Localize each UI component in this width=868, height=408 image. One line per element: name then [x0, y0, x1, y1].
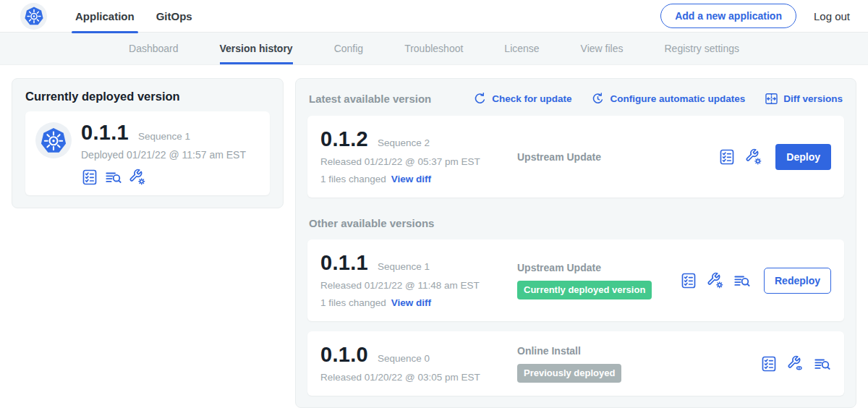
version-meta: Upstream Update Currently deployed versi… — [504, 262, 680, 299]
files-changed-label: 1 files changed — [320, 174, 386, 184]
redeploy-button[interactable]: Redeploy — [764, 268, 831, 294]
deployed-actions — [81, 169, 246, 186]
tab-gitops[interactable]: GitOps — [145, 0, 203, 33]
sequence-label: Sequence 0 — [378, 353, 430, 364]
version-info: 0.1.1 Sequence 1 Released 01/21/22 @ 11:… — [320, 252, 504, 308]
edit-config-icon[interactable] — [745, 148, 762, 166]
version-source-label: Online Install — [517, 345, 760, 357]
configure-automatic-updates-label: Configure automatic updates — [610, 93, 745, 104]
diff-versions-link[interactable]: Diff versions — [765, 92, 843, 106]
deployed-timestamp: Deployed 01/21/22 @ 11:57 am EST — [81, 149, 246, 161]
version-history-panel: Latest available version Check for updat… — [295, 78, 856, 408]
panel-actions: Check for update Configure automatic upd… — [473, 92, 843, 106]
app-logo — [20, 3, 47, 30]
app-subnav: Dashboard Version history Config Trouble… — [0, 33, 868, 65]
previously-deployed-badge: Previously deployed — [517, 364, 621, 383]
configure-automatic-updates-link[interactable]: Configure automatic updates — [591, 92, 745, 106]
currently-deployed-card: Currently deployed version 0.1.1 Sequenc… — [12, 78, 284, 208]
subnav-item-view-files[interactable]: View files — [581, 33, 624, 64]
top-bar: Application GitOps Add a new application… — [0, 0, 868, 33]
check-for-update-label: Check for update — [492, 93, 571, 104]
deployed-version-number: 0.1.1 — [81, 122, 129, 143]
currently-deployed-title: Currently deployed version — [25, 90, 270, 103]
kubernetes-logo-icon — [24, 6, 44, 26]
currently-deployed-badge: Currently deployed version — [517, 281, 652, 299]
latest-version-title: Latest available version — [309, 93, 431, 105]
release-notes-icon[interactable] — [718, 148, 736, 166]
version-source-label: Upstream Update — [517, 262, 680, 273]
version-actions: Deploy — [718, 144, 831, 170]
view-logs-icon[interactable] — [733, 272, 751, 289]
view-config-icon[interactable] — [787, 355, 804, 373]
deploy-button[interactable]: Deploy — [775, 144, 831, 170]
version-actions — [760, 355, 831, 373]
deployed-version-tile: 0.1.1 Sequence 1 Deployed 01/21/22 @ 11:… — [25, 111, 270, 195]
version-number: 0.1.1 — [320, 252, 368, 273]
edit-config-icon[interactable] — [129, 169, 146, 186]
version-info: 0.1.2 Sequence 2 Released 01/21/22 @ 05:… — [320, 129, 504, 184]
diff-versions-label: Diff versions — [783, 93, 843, 104]
subnav-item-registry-settings[interactable]: Registry settings — [665, 33, 739, 64]
subnav-item-version-history[interactable]: Version history — [220, 33, 293, 64]
tab-application[interactable]: Application — [64, 0, 145, 33]
release-notes-icon[interactable] — [680, 272, 697, 289]
version-row-0-1-1: 0.1.1 Sequence 1 Released 01/21/22 @ 11:… — [307, 239, 844, 321]
files-changed-line: 1 files changedView diff — [320, 297, 504, 308]
latest-version-header: Latest available version Check for updat… — [309, 92, 843, 106]
view-logs-icon[interactable] — [105, 169, 122, 186]
version-number: 0.1.2 — [320, 129, 368, 150]
subnav-item-dashboard[interactable]: Dashboard — [129, 33, 179, 64]
refresh-icon — [473, 92, 487, 106]
version-meta: Online Install Previously deployed — [504, 345, 760, 383]
view-logs-icon[interactable] — [814, 355, 831, 373]
version-number: 0.1.0 — [320, 344, 368, 365]
sequence-label: Sequence 1 — [378, 261, 430, 272]
sequence-label: Sequence 2 — [378, 137, 430, 148]
edit-config-icon[interactable] — [707, 272, 724, 289]
deployed-version-info: 0.1.1 Sequence 1 Deployed 01/21/22 @ 11:… — [81, 122, 246, 186]
subnav-item-troubleshoot[interactable]: Troubleshoot — [404, 33, 463, 64]
files-changed-label: 1 files changed — [320, 297, 386, 308]
version-info: 0.1.0 Sequence 0 Released 01/20/22 @ 03:… — [320, 344, 504, 383]
released-timestamp: Released 01/21/22 @ 11:48 am EST — [320, 280, 504, 291]
other-versions-title: Other available versions — [309, 217, 843, 229]
version-actions: Redeploy — [680, 268, 831, 294]
check-for-update-link[interactable]: Check for update — [473, 92, 571, 106]
version-meta: Upstream Update — [504, 151, 718, 163]
release-notes-icon[interactable] — [760, 355, 778, 373]
add-application-button[interactable]: Add a new application — [660, 4, 796, 28]
version-source-label: Upstream Update — [517, 151, 718, 163]
files-changed-line: 1 files changedView diff — [320, 174, 504, 184]
release-notes-icon[interactable] — [81, 169, 98, 186]
kubernetes-logo-icon — [40, 127, 67, 154]
version-row-0-1-0: 0.1.0 Sequence 0 Released 01/20/22 @ 03:… — [307, 331, 844, 396]
view-diff-link[interactable]: View diff — [391, 297, 431, 308]
version-row-0-1-2: 0.1.2 Sequence 2 Released 01/21/22 @ 05:… — [307, 116, 844, 197]
app-avatar — [35, 122, 72, 158]
subnav-item-config[interactable]: Config — [334, 33, 363, 64]
main-content: Currently deployed version 0.1.1 Sequenc… — [0, 65, 868, 408]
tab-gitops-label: GitOps — [156, 10, 192, 22]
logout-link[interactable]: Log out — [814, 10, 850, 22]
subnav-item-license[interactable]: License — [504, 33, 539, 64]
deployed-sequence-label: Sequence 1 — [138, 131, 190, 142]
view-diff-link[interactable]: View diff — [391, 174, 431, 184]
schedule-update-icon — [591, 92, 605, 106]
diff-icon — [765, 92, 778, 106]
released-timestamp: Released 01/21/22 @ 05:37 pm EST — [320, 156, 504, 167]
released-timestamp: Released 01/20/22 @ 03:05 pm EST — [320, 372, 504, 383]
tab-application-label: Application — [75, 10, 135, 22]
